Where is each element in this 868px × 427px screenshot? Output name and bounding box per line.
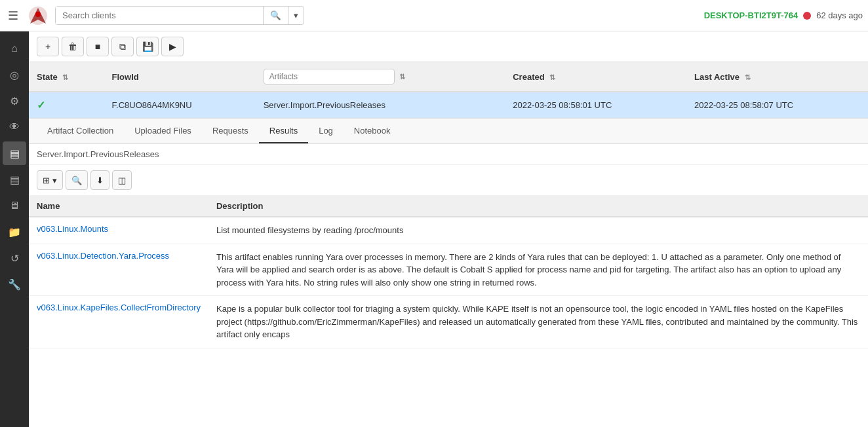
col-last-active-label: Last Active [694,72,740,82]
home-icon: ⌂ [11,43,18,54]
result-desc-0: List mounted filesystems by reading /pro… [208,217,868,244]
sidebar-item-search[interactable]: ◎ [3,63,26,86]
col-flowid-label: FlowId [112,72,139,82]
result-row-0[interactable]: v063.Linux.Mounts List mounted filesyste… [29,217,868,244]
vfs-icon: 🖥 [9,200,20,212]
last-seen: 62 days ago [816,10,863,20]
sidebar-item-tools[interactable]: 🔧 [3,272,26,296]
flows-icon: ▤ [10,147,20,160]
download-icon: ⬇ [96,176,104,185]
tab-requests[interactable]: Requests [202,119,259,143]
result-row-2[interactable]: v063.Linux.KapeFiles.CollectFromDirector… [29,296,868,348]
sidebar-item-flows[interactable]: ▤ [3,141,26,165]
result-name-2: v063.Linux.KapeFiles.CollectFromDirector… [29,296,208,348]
search-button[interactable]: 🔍 [263,7,288,24]
result-row-1[interactable]: v063.Linux.Detection.Yara.Process This a… [29,244,868,296]
tab-artifact-collection[interactable]: Artifact Collection [37,119,124,143]
row-state: ✓ [29,92,104,119]
client-info: DESKTOP-BTI2T9T-764 62 days ago [704,10,863,20]
eye-icon: 👁 [9,121,20,133]
search-input[interactable] [56,7,263,24]
results-search-icon: 🔍 [71,176,82,185]
sidebar-item-hunts[interactable]: ▤ [3,168,26,191]
stop-button[interactable]: ■ [87,37,109,56]
sidebar-item-folder[interactable]: 📁 [3,220,26,244]
sidebar-item-home[interactable]: ⌂ [3,37,26,60]
main-toolbar: + 🗑 ■ ⧉ 💾 ▶ [29,31,868,62]
sidebar-item-vfs[interactable]: 🖥 [3,194,26,217]
columns-dropdown-arrow: ▾ [52,176,57,185]
tab-log[interactable]: Log [308,119,344,143]
save-button[interactable]: 💾 [136,37,159,56]
results-toolbar: ⊞ ▾ 🔍 ⬇ ◫ [29,165,868,196]
history-icon: ↺ [10,252,19,265]
topbar: ☰ 🔍 ▾ DESKTOP-BTI2T9T-764 62 days ago [0,0,868,31]
result-desc-2: Kape is a popular bulk collector tool fo… [208,296,868,348]
download-button[interactable]: ⬇ [90,170,109,190]
sidebar-item-eye[interactable]: 👁 [3,115,26,139]
menu-icon[interactable]: ☰ [5,6,21,26]
search-container: 🔍 ▾ [55,6,304,25]
col-state-label: State [37,72,58,82]
send-button[interactable]: ▶ [161,37,184,56]
export-icon: ◫ [118,176,126,185]
client-id: DESKTOP-BTI2T9T-764 [704,10,799,20]
flows-table-container: State ⇅ FlowId ⇅ Created ⇅ [29,62,868,119]
flows-table: State ⇅ FlowId ⇅ Created ⇅ [29,62,868,119]
tab-notebook[interactable]: Notebook [344,119,401,143]
tools-icon: 🔧 [8,278,21,291]
col-last-active[interactable]: Last Active ⇅ [686,62,868,92]
gear-icon: ⚙ [10,95,19,107]
columns-icon: ⊞ [43,176,50,185]
col-description: Description [208,196,868,217]
col-created[interactable]: Created ⇅ [505,62,686,92]
folder-icon: 📁 [8,226,21,238]
col-artifacts: ⇅ [256,62,505,92]
copy-button[interactable]: ⧉ [111,37,134,56]
main-content: + 🗑 ■ ⧉ 💾 ▶ State ⇅ FlowId [29,31,868,427]
results-table-container: Name Description v063.Linux.Mounts List … [29,196,868,427]
result-desc-1: This artifact enables running Yara over … [208,244,868,296]
col-flowid: FlowId [104,62,256,92]
row-artifacts: Server.Import.PreviousReleases [256,92,505,119]
col-created-sort-icon: ⇅ [549,73,555,81]
status-dot [803,12,811,20]
col-created-label: Created [513,72,544,82]
artifacts-filter-input[interactable] [264,69,395,84]
row-last-active: 2022-03-25 08:58:07 UTC [686,92,868,119]
export-button[interactable]: ◫ [112,170,132,190]
sidebar-item-history[interactable]: ↺ [3,246,26,270]
results-search-button[interactable]: 🔍 [66,170,88,190]
sidebar-item-settings[interactable]: ⚙ [3,89,26,113]
results-header-row: Name Description [29,196,868,217]
result-name-0: v063.Linux.Mounts [29,217,208,244]
layout: ⌂ ◎ ⚙ 👁 ▤ ▤ 🖥 📁 ↺ 🔧 + 🗑 ■ ⧉ 💾 ▶ [0,31,868,427]
row-created: 2022-03-25 08:58:01 UTC [505,92,686,119]
search-icon: ◎ [10,69,19,81]
artifacts-sort-icon: ⇅ [399,73,405,81]
logo [26,4,50,28]
delete-button[interactable]: 🗑 [62,37,84,56]
hunts-icon: ▤ [10,174,20,186]
results-table: Name Description v063.Linux.Mounts List … [29,196,868,348]
sidebar: ⌂ ◎ ⚙ 👁 ▤ ▤ 🖥 📁 ↺ 🔧 [0,31,29,427]
table-row[interactable]: ✓ F.C8UO86A4MK9NU Server.Import.Previous… [29,92,868,119]
results-breadcrumb: Server.Import.PreviousReleases [29,144,868,165]
col-state[interactable]: State ⇅ [29,62,104,92]
table-header-row: State ⇅ FlowId ⇅ Created ⇅ [29,62,868,92]
col-last-active-sort-icon: ⇅ [745,73,751,81]
add-button[interactable]: + [37,37,59,56]
row-flowid: F.C8UO86A4MK9NU [104,92,256,119]
svg-point-1 [35,12,41,17]
tabs-bar: Artifact Collection Uploaded Files Reque… [29,119,868,144]
results-section: Server.Import.PreviousReleases ⊞ ▾ 🔍 ⬇ ◫ [29,144,868,427]
tab-uploaded-files[interactable]: Uploaded Files [124,119,202,143]
result-name-1: v063.Linux.Detection.Yara.Process [29,244,208,296]
search-dropdown-button[interactable]: ▾ [288,7,304,24]
col-name: Name [29,196,208,217]
tab-results[interactable]: Results [259,119,308,143]
columns-button[interactable]: ⊞ ▾ [37,170,63,190]
col-state-sort-icon: ⇅ [62,73,68,81]
